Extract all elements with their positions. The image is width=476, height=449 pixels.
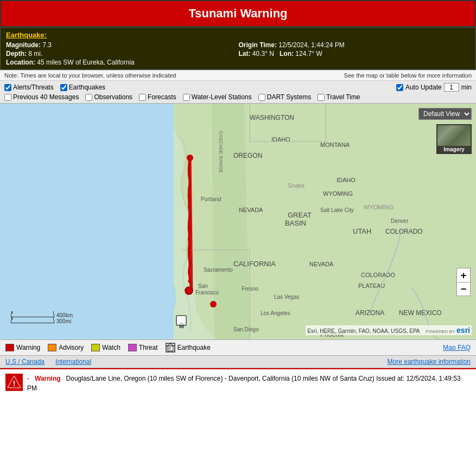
svg-text:IDAHO: IDAHO [337,177,356,183]
svg-text:UTAH: UTAH [353,227,371,235]
dart-checkbox[interactable] [258,94,265,101]
svg-point-2 [185,287,193,294]
svg-rect-1 [0,104,174,339]
previous-40-checkbox-label[interactable]: Previous 40 Messages [4,93,79,101]
water-level-checkbox[interactable] [183,94,190,101]
note-left: Note: Times are local to your browser, u… [4,72,176,79]
attribution-text: Esri, HERE, Garmin, FAO, NOAA, USGS, EPA [307,328,420,334]
observations-checkbox[interactable] [85,94,92,101]
svg-text:NEVADA: NEVADA [239,207,263,213]
svg-marker-45 [167,344,174,346]
watch-legend-label: Watch [102,344,120,351]
depth-value: 8 mi. [28,50,42,57]
warning-legend-label: Warning [16,344,40,351]
svg-text:BASIN: BASIN [285,219,306,227]
esri-attribution: Esri, HERE, Garmin, FAO, NOAA, USGS, EPA… [306,325,472,335]
location-row: Location: 45 miles SW of Eureka, Califor… [6,59,238,66]
earthquake-legend-label: Earthquake [177,344,211,351]
earthquake-legend-item: Earthquake [166,343,211,352]
alerts-threats-label: Alerts/Threats [13,84,54,91]
previous-40-label: Previous 40 Messages [13,93,79,101]
forecasts-label: Forecasts [148,93,176,101]
svg-text:Snake: Snake [288,182,304,189]
svg-rect-46 [169,348,170,349]
controls-panel: Alerts/Threats Earthquakes Auto Update 1… [0,81,476,104]
alerts-threats-checkbox-label[interactable]: Alerts/Threats [4,84,54,91]
svg-text:COLORADO: COLORADO [385,228,423,235]
travel-time-checkbox-label[interactable]: Travel Time [318,93,360,101]
alerts-threats-checkbox[interactable] [4,84,11,91]
svg-point-43 [187,155,193,161]
svg-text:MONTANA: MONTANA [320,142,350,148]
warning-color-swatch [5,344,14,351]
svg-text:GREAT: GREAT [288,211,312,219]
svg-text:NEVADA: NEVADA [309,261,334,267]
earthquakes-checkbox[interactable] [60,84,67,91]
auto-update-group: Auto Update 1 min [396,83,472,92]
water-level-checkbox-label[interactable]: Water-Level Stations [183,93,252,101]
svg-text:Los Angeles: Los Angeles [261,310,290,316]
tab-us-canada[interactable]: U.S / Canada [5,358,45,365]
scale-bar: 400km 300mi [11,312,73,324]
auto-update-input[interactable]: 1 [444,83,459,92]
water-level-label: Water-Level Stations [192,93,252,101]
depth-label: Depth: [6,50,27,57]
warning-body-text: Douglas/Lane Line, Oregon (10 miles SW o… [27,375,461,392]
map-zoom-controls: + − [456,268,471,296]
svg-text:Salt Lake City: Salt Lake City [320,207,354,213]
magnitude-label: Magnitude: [6,41,41,49]
tabs-bar: U.S / Canada International More earthqua… [0,356,476,368]
earthquakes-checkbox-label[interactable]: Earthquakes [60,84,105,91]
lat-label: Lat: [239,50,251,57]
more-earthquake-info-link[interactable]: More earthquake information [388,358,471,365]
travel-time-checkbox[interactable] [318,94,325,101]
zoom-in-button[interactable]: + [456,268,471,282]
earthquake-details: Magnitude: 7.3 Origin Time: 12/5/2024, 1… [6,41,470,66]
map-view-dropdown[interactable]: Default ViewImageryStreetsTopographic [418,108,472,120]
svg-text:WYOMING: WYOMING [323,190,353,197]
lon-value: 124.7° W [295,50,322,57]
earthquake-title-link[interactable]: Earthquake: [6,31,47,39]
forecasts-checkbox-label[interactable]: Forecasts [139,93,176,101]
min-label: min [461,84,472,91]
map-svg: WASHINGTON OREGON IDAHO MONTANA WYOMING … [0,104,476,339]
scale-km-label: 400km [56,312,73,318]
travel-time-label: Travel Time [326,93,360,101]
auto-update-label: Auto Update [405,84,442,91]
watch-color-swatch [91,344,100,351]
zoom-out-button[interactable]: − [456,282,471,296]
lon-label: Lon: [280,50,294,57]
tab-international[interactable]: International [55,358,91,365]
depth-row: Depth: 8 mi. [6,50,238,57]
forecasts-checkbox[interactable] [139,94,146,101]
location-label: Location: [6,59,35,66]
svg-text:NEW MEXICO: NEW MEXICO [399,309,442,317]
map-container[interactable]: WASHINGTON OREGON IDAHO MONTANA WYOMING … [0,104,476,339]
warning-text: - Warning Douglas/Lane Line, Oregon (10 … [27,374,471,393]
dart-checkbox-label[interactable]: DART Systems [258,93,312,101]
scale-mi-label: 300mi [56,318,71,324]
warning-message-bar: ! - Warning Douglas/Lane Line, Oregon (1… [0,368,476,401]
origin-value: 12/5/2024, 1:44:24 PM [278,41,344,49]
svg-text:COLORADO: COLORADO [361,272,395,278]
imagery-thumb-label: Imagery [437,146,471,153]
magnitude-value: 7.3 [42,41,52,49]
view-select: Default ViewImageryStreetsTopographic [418,108,472,120]
previous-40-checkbox[interactable] [4,94,11,101]
imagery-thumbnail[interactable]: Imagery [436,124,472,154]
lat-value: 40.3° N [252,50,274,57]
observations-label: Observations [94,93,132,101]
warning-icon: ! [5,374,23,391]
svg-text:🏛: 🏛 [179,323,185,329]
earthquakes-label: Earthquakes [69,84,105,91]
svg-text:Las Vegas: Las Vegas [274,294,300,300]
svg-text:WYOMING: WYOMING [364,204,394,210]
svg-text:CALIFORNIA: CALIFORNIA [233,260,276,268]
map-faq-link[interactable]: Map FAQ [443,344,471,351]
observations-checkbox-label[interactable]: Observations [85,93,132,101]
svg-text:Sacramento: Sacramento [204,267,233,273]
svg-text:Denver: Denver [391,218,409,224]
svg-text:OREGON: OREGON [233,152,262,159]
powered-by-label: POWERED BY [426,329,455,334]
auto-update-checkbox[interactable] [396,84,403,91]
